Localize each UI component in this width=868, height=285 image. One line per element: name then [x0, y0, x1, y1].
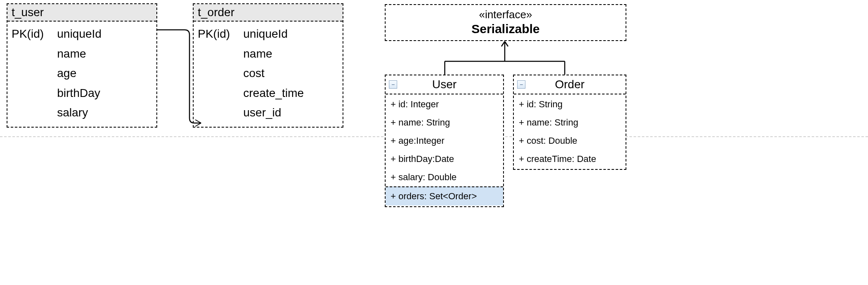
interface-serializable: «interface» Serializable — [385, 4, 626, 41]
class-name: Order — [555, 78, 585, 91]
table-header: t_order — [194, 4, 343, 22]
field: cost — [243, 63, 304, 83]
field: uniqueId — [57, 24, 101, 44]
field: name — [57, 44, 101, 64]
collapse-icon[interactable]: − — [517, 80, 525, 89]
fields-column: uniqueId name cost create_time user_id — [243, 24, 304, 123]
class-attrs: + id: Integer + name: String + age:Integ… — [386, 94, 503, 206]
class-attrs: + id: String + name: String + cost: Doub… — [514, 94, 626, 169]
interface-name: Serializable — [386, 22, 626, 36]
class-user: − User + id: Integer + name: String + ag… — [385, 75, 504, 207]
attr: + id: String — [514, 95, 626, 114]
attr: + name: String — [514, 114, 626, 132]
attr-highlight: + orders: Set<Order> — [386, 186, 503, 205]
field: user_id — [243, 103, 304, 123]
field: salary — [57, 103, 101, 123]
fields-column: uniqueId name age birthDay salary — [57, 24, 101, 123]
field: uniqueId — [243, 24, 304, 44]
attr: + name: String — [386, 114, 503, 132]
attr: + salary: Double — [386, 168, 503, 186]
field: create_time — [243, 83, 304, 103]
table-header: t_user — [7, 4, 156, 22]
table-t-user: t_user PK(id) uniqueId name age birthDay… — [7, 3, 157, 128]
attr: + age:Integer — [386, 132, 503, 150]
pk-column: PK(id) — [12, 24, 57, 123]
attr: + id: Integer — [386, 95, 503, 114]
stereotype-label: «interface» — [386, 8, 626, 21]
table-t-order: t_order PK(id) uniqueId name cost create… — [193, 3, 343, 128]
pk-column: PK(id) — [198, 24, 243, 123]
attr: + createTime: Date — [514, 150, 626, 168]
attr: + cost: Double — [514, 132, 626, 150]
implements-connector — [385, 41, 625, 79]
field: birthDay — [57, 83, 101, 103]
class-order: − Order + id: String + name: String + co… — [513, 75, 626, 170]
class-title: − Order — [514, 75, 626, 94]
field: age — [57, 63, 101, 83]
class-title: − User — [386, 75, 503, 94]
collapse-icon[interactable]: − — [389, 80, 397, 89]
attr: + birthDay:Date — [386, 150, 503, 168]
field: name — [243, 44, 304, 64]
class-name: User — [432, 78, 456, 91]
